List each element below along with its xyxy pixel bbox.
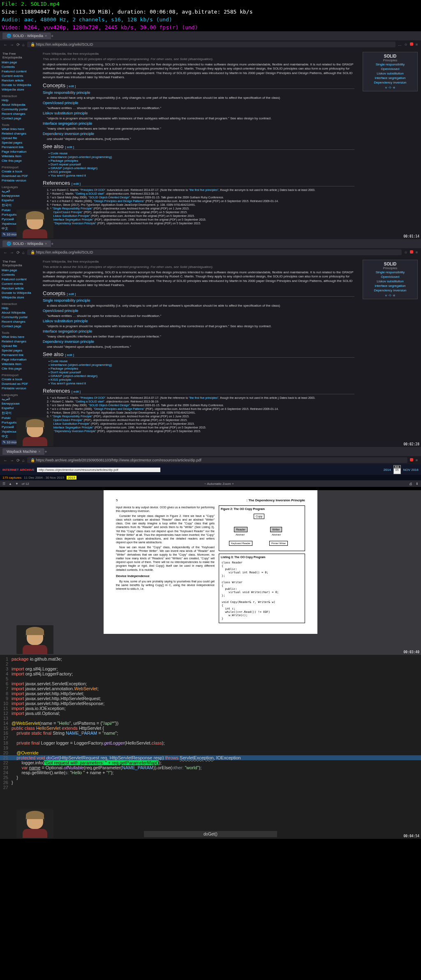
sidebar-link[interactable]: Upload file — [2, 136, 36, 140]
zoom-select[interactable]: Automatic Zoom — [207, 482, 231, 486]
sidebar-link[interactable]: What links here — [2, 127, 36, 131]
infobox-link[interactable]: Single responsibility — [365, 270, 415, 275]
seealso-link[interactable]: • GRASP (object-oriented design) — [49, 166, 354, 170]
seealso-link[interactable]: • Inheritance (object-oriented programmi… — [49, 155, 354, 159]
seealso-link[interactable]: • Package principles — [49, 367, 354, 370]
edit-link[interactable]: [ edit ] — [67, 84, 76, 88]
wayback-logo[interactable]: INTERNET ARCHIVE — [2, 468, 35, 472]
sidebar-link[interactable]: Wikidata item — [2, 362, 36, 366]
sidebar-link[interactable]: Contents — [2, 272, 36, 277]
sidebar-link[interactable]: Featured content — [2, 277, 36, 282]
ocp-heading[interactable]: Open/closed principle — [43, 309, 354, 313]
forward-icon[interactable]: → — [10, 250, 14, 255]
sidebar-link[interactable]: Español — [2, 198, 36, 203]
pdf-viewer[interactable]: 5 : The Dependency Inversion Principle i… — [0, 490, 421, 655]
tab-wikipedia[interactable]: 🌐 SOLID - Wikipedia × — [2, 33, 51, 39]
sidebar-link[interactable]: Contents — [2, 65, 36, 69]
new-tab-button[interactable]: + — [51, 242, 53, 246]
home-icon[interactable]: ⌂ — [22, 250, 25, 255]
seealso-link[interactable]: • Don't repeat yourself — [49, 163, 354, 166]
new-tab-button[interactable]: + — [44, 449, 47, 454]
wayback-calendar[interactable]: JUL 05 — [393, 465, 401, 474]
wiki-logo[interactable]: The Free Encyclopedia — [2, 259, 36, 268]
url-input[interactable]: 🔒 https://en.wikipedia.org/wiki/SOLID — [27, 249, 402, 255]
sidebar-link[interactable]: Page information — [2, 149, 36, 154]
sidebar-link[interactable]: Contact page — [2, 324, 36, 328]
menu-icon[interactable]: ≡ — [416, 458, 418, 462]
seealso-link[interactable]: • You aren't gonna need it — [49, 382, 354, 385]
srp-heading[interactable]: Single responsibility principle — [43, 298, 354, 303]
sidebar-link[interactable]: Featured content — [2, 69, 36, 74]
sidebar-link[interactable]: Recent changes — [2, 319, 36, 324]
sidebar-link[interactable]: Create a book — [2, 169, 36, 174]
zoom-out-icon[interactable]: − — [204, 482, 206, 486]
tab-wikipedia[interactable]: 🌐 SOLID - Wikipedia × — [2, 240, 51, 247]
sidebar-link[interactable]: Main page — [2, 60, 36, 65]
code-editor[interactable]: 1package io.github.mat3e; 2 3import org.… — [0, 655, 421, 839]
sidebar-link[interactable]: Wikidata item — [2, 154, 36, 158]
url-input[interactable]: 🔒 https://web.archive.org/web/2015090508… — [27, 457, 407, 463]
infobox-link[interactable]: Open/closed — [365, 275, 415, 279]
sidebar-link[interactable]: Download as PDF — [2, 382, 36, 386]
sidebar-link[interactable]: Contact page — [2, 116, 36, 121]
infobox-link[interactable]: Interface segregation — [365, 284, 415, 288]
seealso-link[interactable]: • GRASP (object-oriented design) — [49, 374, 354, 378]
sidebar-link[interactable]: 한국어 — [2, 410, 36, 416]
seealso-link[interactable]: • Code reuse — [49, 359, 354, 363]
print-icon[interactable]: 🖨 — [409, 482, 412, 486]
close-icon[interactable]: × — [45, 242, 47, 246]
tab-wayback[interactable]: Wayback Machine × — [2, 448, 44, 455]
seealso-link[interactable]: • Code reuse — [49, 151, 354, 155]
new-tab-button[interactable]: + — [51, 34, 53, 38]
sidebar-link[interactable]: العربية — [2, 397, 36, 401]
seealso-link[interactable]: • Don't repeat yourself — [49, 370, 354, 374]
sidebar-link[interactable]: Community portal — [2, 107, 36, 112]
sidebar-link[interactable]: العربية — [2, 189, 36, 193]
srp-heading[interactable]: Single responsibility principle — [43, 91, 354, 95]
forward-icon[interactable]: → — [10, 458, 14, 463]
back-icon[interactable]: ← — [3, 458, 7, 463]
infobox-vte[interactable]: v · t · e — [365, 293, 415, 297]
seealso-link[interactable]: • Inheritance (object-oriented programmi… — [49, 363, 354, 367]
page-down-icon[interactable]: ▼ — [15, 482, 19, 486]
extension-icon[interactable] — [410, 458, 413, 461]
isp-heading[interactable]: Interface segregation principle — [43, 329, 354, 333]
lsp-heading[interactable]: Liskov substitution principle — [43, 319, 354, 323]
wayback-next-year[interactable]: NOV 2016 — [403, 468, 419, 472]
zoom-in-icon[interactable]: + — [232, 482, 234, 486]
seealso-link[interactable]: • KISS principle — [49, 378, 354, 382]
bookmark-icon[interactable]: ☆ — [404, 42, 407, 47]
wiki-logo[interactable]: The Free Encyclopedia — [2, 51, 36, 60]
home-icon[interactable]: ⌂ — [22, 458, 25, 463]
sidebar-link[interactable]: Donate to Wikipedia — [2, 291, 36, 295]
home-icon[interactable]: ⌂ — [22, 42, 25, 47]
page-up-icon[interactable]: ▲ — [9, 482, 12, 486]
sidebar-link[interactable]: Español — [2, 406, 36, 410]
menu-icon[interactable]: ≡ — [416, 250, 418, 254]
infobox-link[interactable]: Single responsibility — [365, 62, 415, 67]
sidebar-link[interactable]: 한국어 — [2, 203, 36, 208]
sidebar-link[interactable]: Help — [2, 98, 36, 102]
sidebar-link[interactable]: Wikipedia store — [2, 87, 36, 92]
seealso-link[interactable]: • You aren't gonna need it — [49, 174, 354, 177]
reload-icon[interactable]: ⟳ — [16, 250, 20, 255]
sidebar-link[interactable]: Donate to Wikipedia — [2, 83, 36, 87]
sidebar-link[interactable]: Current events — [2, 74, 36, 78]
dip-heading[interactable]: Dependency inversion principle — [43, 340, 354, 344]
back-icon[interactable]: ← — [3, 250, 7, 255]
sidebar-link[interactable]: Беларуская — [2, 193, 36, 198]
sidebar-link[interactable]: Random article — [2, 78, 36, 83]
sidebar-link[interactable]: Related changes — [2, 339, 36, 344]
sidebar-link[interactable]: Community portal — [2, 315, 36, 319]
isp-heading[interactable]: Interface segregation principle — [43, 121, 354, 126]
sidebar-link[interactable]: Main page — [2, 268, 36, 272]
menu-icon[interactable]: ≡ — [416, 42, 418, 47]
seealso-link[interactable]: • KISS principle — [49, 170, 354, 174]
extension-icon[interactable] — [410, 42, 413, 46]
wayback-url-search[interactable]: http://www.objectmentor.com/resources/ar… — [37, 468, 160, 472]
sidebar-link[interactable]: Wikipedia store — [2, 295, 36, 300]
sidebar-link[interactable]: Cite this page — [2, 366, 36, 371]
sidebar-link[interactable]: Upload file — [2, 344, 36, 348]
reload-icon[interactable]: ⟳ — [16, 42, 20, 47]
infobox-link[interactable]: Interface segregation — [365, 76, 415, 80]
